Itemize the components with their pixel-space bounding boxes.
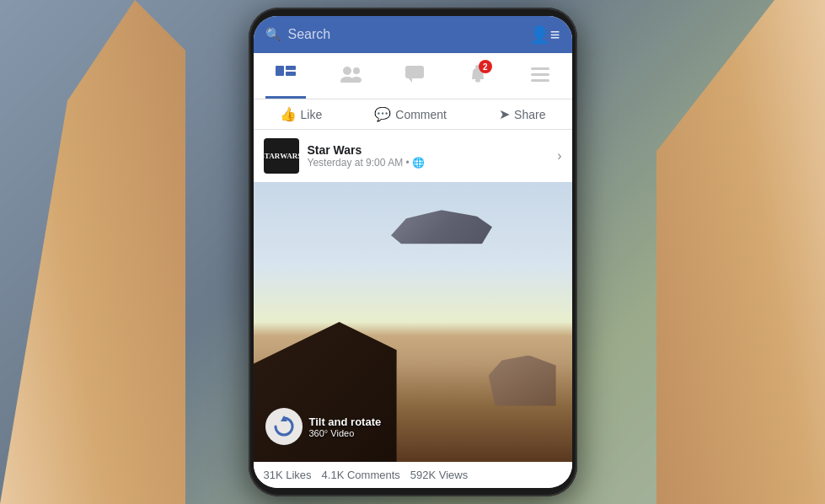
- svg-point-6: [351, 77, 362, 83]
- avatar-line2: WARS: [280, 152, 302, 161]
- svg-point-5: [353, 67, 360, 74]
- action-row: 👍 Like 💬 Comment ➤ Share: [254, 99, 572, 130]
- share-icon: ➤: [499, 106, 510, 122]
- friends-icon: [340, 66, 362, 88]
- svg-point-3: [343, 67, 351, 75]
- stats-row: 31K Likes 4.1K Comments 592K Views: [254, 462, 572, 488]
- post-header: STAR WARS Star Wars Yesterday at 9:00 AM…: [254, 130, 572, 182]
- post-timestamp: Yesterday at 9:00 AM • 🌐: [308, 157, 549, 169]
- stats-likes: 31K Likes: [264, 469, 312, 481]
- stats-views: 592K Views: [410, 469, 468, 481]
- svg-marker-8: [409, 78, 412, 83]
- video-area[interactable]: Tilt and rotate 360° Video: [254, 182, 572, 462]
- post-meta: Star Wars Yesterday at 9:00 AM • 🌐: [308, 143, 549, 169]
- comment-icon: 💬: [374, 106, 391, 122]
- svg-rect-13: [531, 79, 549, 82]
- post-chevron-icon[interactable]: ›: [557, 148, 561, 164]
- phone: 🔍 Search 👤≡: [249, 8, 577, 496]
- comment-button[interactable]: 💬 Comment: [374, 106, 447, 122]
- share-button[interactable]: ➤ Share: [499, 106, 545, 122]
- comment-label: Comment: [395, 108, 447, 121]
- badge-360: Tilt and rotate 360° Video: [265, 408, 382, 445]
- badge-title: Tilt and rotate: [309, 416, 382, 428]
- video-scene: Tilt and rotate 360° Video: [254, 182, 572, 462]
- scene: 🔍 Search 👤≡: [0, 0, 825, 504]
- svg-rect-11: [531, 67, 549, 70]
- svg-rect-1: [286, 66, 296, 70]
- svg-rect-2: [286, 72, 296, 76]
- svg-rect-0: [276, 66, 284, 76]
- search-input[interactable]: Search: [288, 27, 522, 42]
- notification-badge: 2: [479, 60, 492, 73]
- profile-icon[interactable]: 👤≡: [529, 24, 560, 45]
- nav-item-friends[interactable]: [329, 62, 372, 91]
- hand-left: [0, 0, 185, 504]
- newsfeed-icon: [276, 66, 296, 88]
- like-icon: 👍: [280, 106, 297, 122]
- badge-text: Tilt and rotate 360° Video: [309, 416, 382, 438]
- badge-sub: 360° Video: [309, 428, 382, 438]
- like-button[interactable]: 👍 Like: [280, 106, 323, 122]
- hand-right: [656, 0, 825, 504]
- ground-vehicle-graphic: [489, 356, 556, 406]
- stats-comments: 4.1K Comments: [322, 469, 400, 481]
- phone-screen: 🔍 Search 👤≡: [254, 16, 572, 488]
- search-bar: 🔍 Search 👤≡: [254, 16, 572, 53]
- menu-icon: [531, 66, 549, 88]
- spaceship-graphic: [391, 210, 492, 252]
- nav-row: 2: [254, 53, 572, 99]
- post-avatar: STAR WARS: [264, 138, 299, 174]
- nav-item-menu[interactable]: [521, 62, 560, 91]
- nav-item-messages[interactable]: [395, 62, 434, 91]
- badge-circle-icon: [265, 408, 303, 445]
- messages-icon: [405, 66, 424, 88]
- nav-item-notifications[interactable]: 2: [458, 62, 497, 92]
- post-page-name[interactable]: Star Wars: [308, 143, 549, 157]
- svg-rect-12: [531, 73, 549, 76]
- nav-item-newsfeed[interactable]: [265, 62, 306, 91]
- search-icon: 🔍: [265, 27, 281, 42]
- svg-point-10: [475, 79, 480, 83]
- like-label: Like: [301, 108, 323, 121]
- svg-rect-7: [405, 66, 424, 78]
- avatar-line1: STAR: [260, 152, 280, 161]
- share-label: Share: [514, 108, 545, 121]
